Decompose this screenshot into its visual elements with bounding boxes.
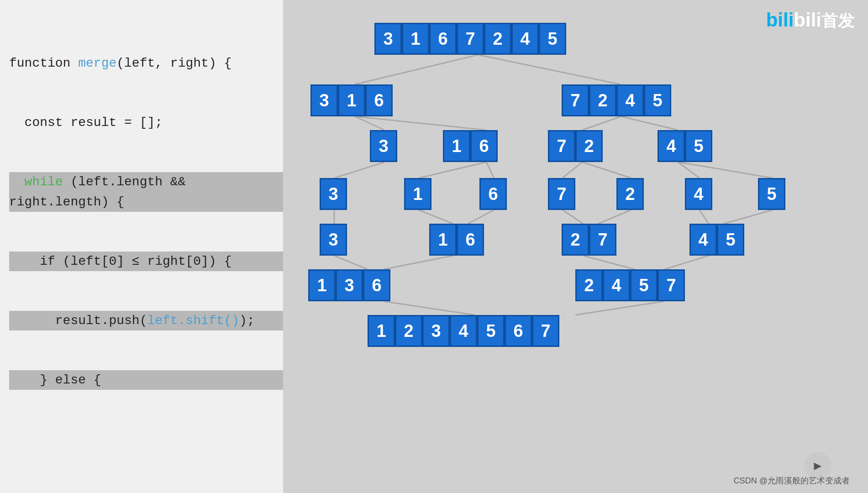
row-5d: 4 5 bbox=[689, 224, 744, 256]
row-3b: 1 6 bbox=[443, 130, 498, 162]
row-6a: 1 3 6 bbox=[308, 269, 390, 301]
box-6: 6 bbox=[505, 315, 532, 347]
box-4: 4 bbox=[658, 130, 685, 162]
watermark-top: bilibili首发 bbox=[766, 9, 854, 32]
box-3: 3 bbox=[374, 23, 402, 55]
box-2: 2 bbox=[575, 269, 603, 301]
code-line-2: const result = []; bbox=[9, 113, 292, 132]
box-6: 6 bbox=[363, 269, 390, 301]
box-5: 5 bbox=[630, 269, 658, 301]
svg-line-10 bbox=[582, 162, 631, 178]
svg-line-5 bbox=[621, 116, 678, 130]
box-3: 3 bbox=[310, 84, 338, 116]
box-5: 5 bbox=[758, 178, 785, 210]
box-7: 7 bbox=[548, 130, 575, 162]
svg-line-14 bbox=[419, 210, 453, 224]
code-panel: function merge(left, right) { const resu… bbox=[0, 0, 301, 493]
box-7: 7 bbox=[457, 23, 484, 55]
row-5a: 3 bbox=[320, 224, 347, 256]
svg-line-11 bbox=[678, 162, 700, 178]
row-1: 3 1 6 7 2 4 5 bbox=[374, 23, 566, 55]
box-4: 4 bbox=[511, 23, 539, 55]
watermark-bottom: CSDN @允雨溪般的艺术变成者 bbox=[734, 475, 850, 486]
box-4: 4 bbox=[603, 269, 630, 301]
svg-line-18 bbox=[700, 210, 709, 224]
box-2: 2 bbox=[395, 315, 422, 347]
box-2: 2 bbox=[562, 224, 589, 256]
box-5: 5 bbox=[477, 315, 505, 347]
row-4a: 3 bbox=[320, 178, 347, 210]
row-3c: 7 2 bbox=[548, 130, 603, 162]
svg-line-25 bbox=[575, 301, 664, 315]
row-7: 1 2 3 4 5 6 7 bbox=[368, 315, 559, 347]
box-5: 5 bbox=[717, 224, 744, 256]
svg-line-2 bbox=[355, 116, 384, 130]
box-4: 4 bbox=[689, 224, 717, 256]
box-2: 2 bbox=[589, 84, 616, 116]
code-line-8 bbox=[9, 430, 292, 449]
svg-line-17 bbox=[598, 210, 631, 224]
box-7: 7 bbox=[589, 224, 616, 256]
diagram-area: 3 1 6 7 2 4 5 3 1 6 7 2 4 5 3 1 6 7 2 4 … bbox=[283, 0, 868, 493]
svg-line-21 bbox=[384, 256, 453, 269]
svg-line-24 bbox=[384, 301, 475, 315]
svg-line-16 bbox=[563, 210, 583, 224]
row-6b: 2 4 5 7 bbox=[575, 269, 685, 301]
box-1: 1 bbox=[404, 178, 431, 210]
box-1: 1 bbox=[402, 23, 429, 55]
svg-line-23 bbox=[664, 256, 709, 269]
code-line-6: result.push(left.shift()); bbox=[9, 311, 292, 330]
box-7: 7 bbox=[532, 315, 559, 347]
row-3a: 3 bbox=[370, 130, 397, 162]
row-4c: 6 bbox=[479, 178, 507, 210]
box-3: 3 bbox=[320, 178, 347, 210]
row-4b: 1 bbox=[404, 178, 431, 210]
row-4g: 5 bbox=[758, 178, 785, 210]
row-5c: 2 7 bbox=[562, 224, 616, 256]
svg-line-7 bbox=[419, 162, 486, 178]
svg-line-8 bbox=[486, 162, 494, 178]
svg-line-3 bbox=[355, 116, 486, 130]
svg-line-19 bbox=[724, 210, 773, 224]
box-2: 2 bbox=[575, 130, 603, 162]
row-2b: 7 2 4 5 bbox=[562, 84, 671, 116]
box-3: 3 bbox=[320, 224, 347, 256]
row-3d: 4 5 bbox=[658, 130, 712, 162]
box-1: 1 bbox=[429, 224, 457, 256]
row-4f: 4 bbox=[685, 178, 712, 210]
box-6: 6 bbox=[429, 23, 457, 55]
box-7: 7 bbox=[562, 84, 589, 116]
svg-line-1 bbox=[478, 55, 621, 84]
svg-line-6 bbox=[334, 162, 384, 178]
svg-line-20 bbox=[334, 256, 368, 269]
box-1: 1 bbox=[338, 84, 365, 116]
box-5: 5 bbox=[539, 23, 566, 55]
code-line-3-4: while (left.length && right.length) { bbox=[9, 172, 292, 212]
code-line-7: } else { bbox=[9, 370, 292, 390]
box-6: 6 bbox=[479, 178, 507, 210]
row-4d: 7 bbox=[548, 178, 575, 210]
code-line-9: result.push(right.shift()); bbox=[9, 489, 292, 493]
code-block: function merge(left, right) { const resu… bbox=[9, 14, 292, 493]
box-1: 1 bbox=[368, 315, 395, 347]
svg-line-15 bbox=[468, 210, 494, 224]
box-4: 4 bbox=[685, 178, 712, 210]
svg-line-22 bbox=[583, 256, 635, 269]
box-4: 4 bbox=[450, 315, 477, 347]
row-5b: 1 6 bbox=[429, 224, 484, 256]
svg-line-4 bbox=[582, 116, 621, 130]
code-line-5: if (left[0] ≤ right[0]) { bbox=[9, 252, 292, 271]
box-6: 6 bbox=[457, 224, 484, 256]
row-2a: 3 1 6 bbox=[310, 84, 393, 116]
box-3: 3 bbox=[422, 315, 450, 347]
box-5: 5 bbox=[685, 130, 712, 162]
box-6: 6 bbox=[365, 84, 393, 116]
box-3: 3 bbox=[370, 130, 397, 162]
box-2: 2 bbox=[484, 23, 511, 55]
box-4: 4 bbox=[616, 84, 644, 116]
code-line-1: function merge(left, right) { bbox=[9, 53, 292, 73]
box-6: 6 bbox=[470, 130, 498, 162]
svg-line-0 bbox=[355, 55, 478, 84]
row-4e: 2 bbox=[616, 178, 644, 210]
svg-line-9 bbox=[563, 162, 582, 178]
